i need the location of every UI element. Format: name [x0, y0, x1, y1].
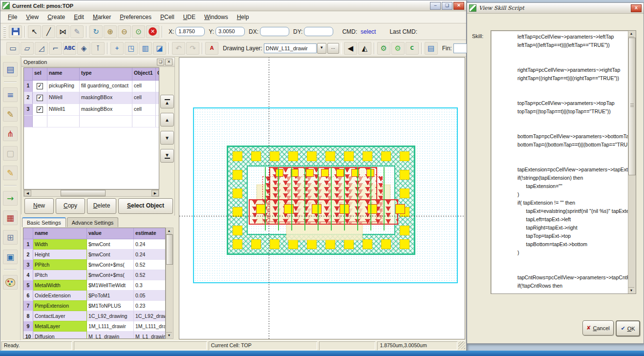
menu-edit[interactable]: Edit: [69, 12, 88, 22]
well-contact[interactable]: [233, 170, 242, 180]
menu-preferences[interactable]: Preferences: [115, 12, 156, 22]
fit-width-icon[interactable]: ⋈: [56, 25, 69, 38]
select-area-icon[interactable]: ▢: [3, 146, 18, 161]
well-contact[interactable]: [270, 239, 279, 249]
x-coordinate-field[interactable]: 1.8750: [175, 27, 205, 36]
zoom-select-icon[interactable]: ⊙: [132, 25, 145, 38]
resize-grip[interactable]: [458, 341, 465, 349]
device-contact[interactable]: [256, 204, 266, 214]
row-checkbox[interactable]: ✓: [37, 83, 43, 89]
ruler-line-icon[interactable]: ╱: [42, 25, 55, 38]
operation-table[interactable]: selnametypeObject1O1✓pickupRingfill guar…: [23, 67, 159, 189]
column-header[interactable]: sel: [33, 68, 47, 81]
move-icon[interactable]: +: [110, 42, 124, 55]
drawing-layer-combo[interactable]: DNW_L11_drawir ▼ ...: [264, 43, 339, 54]
parameter-row[interactable]: 1Width$mwCont0.24: [23, 239, 165, 250]
edit-pencil-icon[interactable]: ✎: [3, 107, 18, 122]
calendar-icon[interactable]: ▦: [3, 210, 18, 225]
device-contact[interactable]: [395, 204, 405, 214]
well-contact[interactable]: [400, 188, 409, 198]
parameter-row[interactable]: 5MetalWidth$M1WellTieWidt0.3: [23, 280, 165, 291]
move-down-button[interactable]: ▼: [160, 131, 174, 145]
device-contact[interactable]: [366, 169, 374, 177]
horizontal-scrollbar[interactable]: ◀ ▶: [23, 189, 159, 197]
well-contact[interactable]: [400, 151, 409, 161]
well-contact[interactable]: [363, 239, 372, 249]
cancel-button[interactable]: ✘ Cancel: [582, 320, 614, 335]
scrollbar-thumb[interactable]: [61, 190, 106, 196]
close-button[interactable]: X: [631, 4, 642, 12]
copy-icon[interactable]: ▥: [139, 42, 152, 55]
menu-create[interactable]: Create: [43, 12, 69, 22]
well-contact[interactable]: [344, 151, 354, 161]
pin-icon[interactable]: ◈: [77, 42, 90, 55]
table-row[interactable]: 3✓NWell1maskingBBoxcell: [24, 104, 159, 116]
menu-pcell[interactable]: PCell: [156, 12, 179, 22]
scroll-up-icon[interactable]: ▲: [628, 31, 634, 37]
column-header[interactable]: [24, 68, 33, 81]
redo-icon[interactable]: ↷: [186, 42, 199, 55]
compile-c-icon[interactable]: C: [406, 42, 419, 55]
well-contact[interactable]: [233, 239, 242, 249]
menu-help[interactable]: Help: [233, 12, 254, 22]
well-contact[interactable]: [363, 151, 372, 161]
well-contact[interactable]: [307, 239, 317, 249]
palette-icon[interactable]: [3, 275, 18, 290]
parameter-row[interactable]: 2Height$mwCont0.24: [23, 250, 165, 260]
well-contact[interactable]: [325, 239, 335, 249]
column-header[interactable]: type: [80, 68, 132, 81]
close-panel-icon[interactable]: ✕: [165, 59, 172, 65]
parameter-row[interactable]: 8ContactLayer1C_L92_drawing1C_L92_drawin…: [23, 311, 165, 321]
layer-a-icon[interactable]: A: [205, 42, 218, 55]
flip-horizontal-icon[interactable]: ◀: [344, 42, 357, 55]
operation-panel-header[interactable]: Operation ❏ ✕: [21, 58, 174, 67]
column-header[interactable]: name: [33, 228, 87, 239]
scrollbar-thumb[interactable]: [166, 234, 173, 265]
scrollbar-thumb[interactable]: [628, 38, 636, 175]
row-checkbox[interactable]: ✓: [37, 106, 43, 113]
select-object-button[interactable]: Select Object: [118, 198, 173, 214]
menu-file[interactable]: File: [3, 12, 21, 22]
well-contact[interactable]: [325, 151, 335, 161]
well-contact[interactable]: [381, 151, 391, 161]
draw-pencil-icon[interactable]: ✎: [70, 25, 84, 38]
well-contact[interactable]: [400, 239, 409, 249]
well-contact[interactable]: [400, 226, 409, 235]
y-coordinate-field[interactable]: 3.0050: [215, 27, 245, 36]
title-bar[interactable]: View Skill Script X: [467, 3, 644, 14]
undo-icon[interactable]: ↶: [172, 42, 185, 55]
delete-button[interactable]: Delete: [87, 198, 116, 214]
parameter-row[interactable]: 4IPitch$mwCont+$ms(0.52: [23, 270, 165, 280]
vertical-scrollbar[interactable]: ▲ ▼: [628, 31, 636, 293]
well-contact[interactable]: [233, 151, 242, 161]
chevron-down-icon[interactable]: ▼: [317, 43, 326, 54]
stretch-icon[interactable]: ◳: [125, 42, 138, 55]
device-contact[interactable]: [312, 204, 322, 214]
save-icon[interactable]: [9, 25, 22, 38]
menu-view[interactable]: View: [21, 12, 43, 22]
scroll-left-icon[interactable]: ◀: [24, 190, 31, 196]
parameter-row[interactable]: 10DiffusionM_L1_drawinM_L1_drawin: [23, 332, 165, 339]
title-bar[interactable]: Current Cell: pmos:TOP –❏✕: [0, 0, 466, 11]
column-header[interactable]: Object1: [132, 68, 156, 81]
parameters-table[interactable]: namevalueestimate1Width$mwCont0.242Heigh…: [23, 228, 166, 339]
well-contact[interactable]: [381, 239, 391, 249]
column-header[interactable]: value: [87, 228, 134, 239]
maximize-button[interactable]: ❏: [442, 2, 452, 10]
minimize-button[interactable]: –: [430, 2, 441, 10]
move-bottom-button[interactable]: ▼: [160, 149, 174, 163]
device-contact[interactable]: [340, 204, 349, 214]
table-row[interactable]: 1✓pickupRingfill guardring_contactcell: [24, 81, 159, 92]
scroll-down-icon[interactable]: ▼: [628, 287, 634, 293]
menu-marker[interactable]: Marker: [88, 12, 115, 22]
layer-browse-button[interactable]: ...: [327, 43, 339, 54]
device-contact[interactable]: [351, 169, 359, 177]
device-contact[interactable]: [306, 169, 314, 177]
device-contact[interactable]: [336, 169, 344, 177]
dx-field[interactable]: [260, 27, 289, 36]
close-button[interactable]: ✕: [453, 2, 464, 10]
column-header[interactable]: estimate: [134, 228, 166, 239]
mirror-icon[interactable]: ◭: [358, 42, 371, 55]
device-contact[interactable]: [291, 169, 299, 177]
skill-code-viewer[interactable]: leftTap=pcCellView~>parameters~>leftTap …: [491, 30, 636, 294]
